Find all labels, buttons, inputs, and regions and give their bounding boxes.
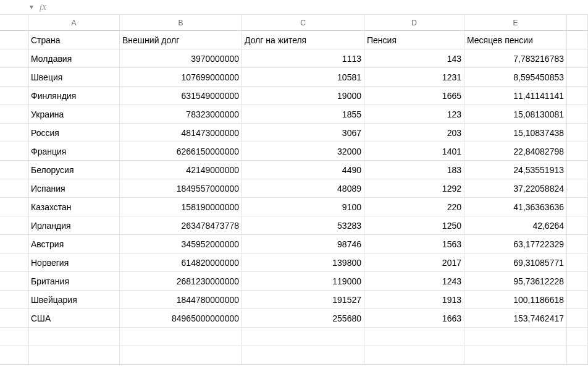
row-header[interactable] [0,31,28,49]
cell[interactable]: 22,84082798 [464,142,567,161]
cell[interactable]: 614820000000 [120,253,242,272]
cell[interactable]: 4490 [242,161,364,179]
cell[interactable]: 42149000000 [120,161,242,179]
cell[interactable] [567,31,588,49]
cell[interactable]: 255680 [242,309,364,328]
cell[interactable]: 1292 [364,179,464,198]
cell[interactable]: 32000 [242,142,364,161]
cell[interactable]: 1250 [364,216,464,235]
cell[interactable]: 48089 [242,179,364,198]
cell[interactable]: 42,6264 [464,216,567,235]
col-header-A[interactable]: A [28,15,120,31]
cell[interactable]: Пенсия [364,31,464,49]
cell[interactable]: 1563 [364,235,464,253]
row-header[interactable] [0,198,28,216]
row-header[interactable] [0,105,28,124]
cell[interactable]: 2017 [364,253,464,272]
cell[interactable] [567,105,588,124]
cell[interactable]: Финляндия [28,87,120,105]
row-header[interactable] [0,216,28,235]
row-header[interactable] [0,142,28,161]
cell[interactable]: Ирландия [28,216,120,235]
row-header[interactable] [0,124,28,142]
row-header[interactable] [0,328,28,346]
cell[interactable] [464,346,567,365]
cell[interactable]: Молдавия [28,49,120,68]
row-header[interactable] [0,235,28,253]
row-header[interactable] [0,272,28,291]
cell[interactable] [567,142,588,161]
cell[interactable] [567,272,588,291]
cell[interactable]: 15,10837438 [464,124,567,142]
row-header[interactable] [0,253,28,272]
row-header[interactable] [0,161,28,179]
cell[interactable]: Месяцев пенсии [464,31,567,49]
cell[interactable] [567,87,588,105]
fx-label[interactable]: fX [40,2,47,12]
row-header[interactable] [0,87,28,105]
cell[interactable]: 1243 [364,272,464,291]
cell[interactable]: 183 [364,161,464,179]
cell[interactable]: 119000 [242,272,364,291]
cell[interactable]: 1849557000000 [120,179,242,198]
cell[interactable]: 3970000000 [120,49,242,68]
cell[interactable]: 7,783216783 [464,49,567,68]
cell[interactable]: Норвегия [28,253,120,272]
col-header-D[interactable]: D [364,15,464,31]
row-header[interactable] [0,309,28,328]
cell[interactable]: 1665 [364,87,464,105]
cell[interactable]: 84965000000000 [120,309,242,328]
cell[interactable]: 63,17722329 [464,235,567,253]
select-all-corner[interactable] [0,15,28,31]
cell[interactable] [567,198,588,216]
cell[interactable]: 98746 [242,235,364,253]
cell[interactable]: 24,53551913 [464,161,567,179]
cell[interactable]: Украина [28,105,120,124]
cell[interactable]: 1663 [364,309,464,328]
cell[interactable]: Швеция [28,68,120,87]
cell[interactable] [120,328,242,346]
row-header[interactable] [0,179,28,198]
cell[interactable]: 220 [364,198,464,216]
cell[interactable]: 143 [364,49,464,68]
cell[interactable]: Внешний долг [120,31,242,49]
cell[interactable]: 107699000000 [120,68,242,87]
col-header-B[interactable]: B [120,15,242,31]
cell[interactable]: 153,7462417 [464,309,567,328]
cell[interactable] [567,179,588,198]
cell[interactable] [567,216,588,235]
cell[interactable]: 2681230000000 [120,272,242,291]
cell[interactable]: 203 [364,124,464,142]
cell[interactable]: 100,1186618 [464,291,567,309]
cell[interactable]: 95,73612228 [464,272,567,291]
cell[interactable]: 1855 [242,105,364,124]
cell[interactable]: 9100 [242,198,364,216]
row-header[interactable] [0,291,28,309]
cell[interactable] [364,346,464,365]
cell[interactable] [28,346,120,365]
cell[interactable]: Долг на жителя [242,31,364,49]
col-header-C[interactable]: C [242,15,364,31]
cell[interactable] [567,235,588,253]
cell[interactable]: 631549000000 [120,87,242,105]
cell[interactable]: Казахстан [28,198,120,216]
cell[interactable]: 37,22058824 [464,179,567,198]
cell[interactable]: 1844780000000 [120,291,242,309]
cell[interactable]: 69,31085771 [464,253,567,272]
row-header[interactable] [0,68,28,87]
cell[interactable]: 481473000000 [120,124,242,142]
cell[interactable] [28,328,120,346]
cell[interactable]: Белорусия [28,161,120,179]
cell[interactable]: 6266150000000 [120,142,242,161]
col-header-E[interactable]: E [464,15,567,31]
cell[interactable] [567,253,588,272]
cell[interactable] [567,309,588,328]
cell[interactable] [567,49,588,68]
cell[interactable]: 3067 [242,124,364,142]
cell[interactable] [567,161,588,179]
row-header[interactable] [0,346,28,365]
cell[interactable]: 345952000000 [120,235,242,253]
cell[interactable]: Испания [28,179,120,198]
cell[interactable]: 158190000000 [120,198,242,216]
cell[interactable]: Россия [28,124,120,142]
